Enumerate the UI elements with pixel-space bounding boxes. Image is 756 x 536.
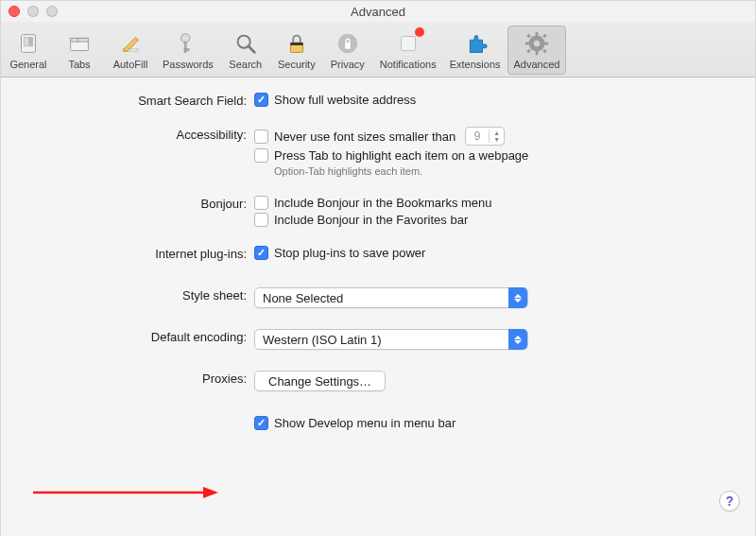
develop-menu-label: Show Develop menu in menu bar <box>274 416 455 430</box>
tab-label: Security <box>278 59 316 70</box>
tab-notifications[interactable]: Notifications <box>373 26 443 75</box>
tab-label: Notifications <box>380 59 437 70</box>
bonjour-bookmarks-label: Include Bonjour in the Bookmarks menu <box>274 196 492 210</box>
show-full-url-checkbox[interactable] <box>254 93 268 107</box>
empty-label <box>24 416 254 417</box>
tab-label: Tabs <box>68 59 90 70</box>
tab-label: Advanced <box>514 59 560 70</box>
svg-rect-27 <box>526 49 531 54</box>
tab-highlight-hint: Option-Tab highlights each item. <box>254 165 528 177</box>
lock-icon <box>278 28 316 59</box>
encoding-label: Default encoding: <box>24 329 254 344</box>
svg-point-19 <box>534 41 541 47</box>
encoding-value: Western (ISO Latin 1) <box>263 333 381 347</box>
stylesheet-label: Style sheet: <box>24 287 254 303</box>
develop-menu-checkbox[interactable] <box>254 416 268 430</box>
search-icon <box>227 28 265 59</box>
min-font-stepper[interactable]: 9 ▲▼ <box>465 127 505 146</box>
tab-extensions[interactable]: Extensions <box>443 26 507 75</box>
svg-rect-10 <box>184 49 189 51</box>
svg-line-12 <box>249 46 255 53</box>
tab-highlight-label: Press Tab to highlight each item on a we… <box>274 148 528 163</box>
stop-plugins-checkbox[interactable] <box>254 246 268 260</box>
select-arrows-icon <box>508 287 527 308</box>
help-button[interactable]: ? <box>719 491 740 511</box>
extensions-icon <box>456 28 494 59</box>
accessibility-label: Accessibility: <box>24 127 254 142</box>
titlebar: Advanced <box>1 1 755 22</box>
smart-search-label: Smart Search Field: <box>24 93 254 108</box>
privacy-icon <box>329 28 367 59</box>
select-arrows-icon <box>508 329 527 350</box>
svg-rect-14 <box>290 43 302 45</box>
gear-icon <box>518 28 556 59</box>
stepper-arrows[interactable]: ▲▼ <box>489 130 504 143</box>
encoding-select[interactable]: Western (ISO Latin 1) <box>254 329 528 350</box>
tab-advanced[interactable]: Advanced <box>507 26 567 75</box>
advanced-pane: Smart Search Field: Show full website ad… <box>1 78 755 536</box>
plugins-label: Internet plug-ins: <box>24 246 254 261</box>
stylesheet-select[interactable]: None Selected <box>254 287 528 308</box>
tab-label: AutoFill <box>113 59 148 70</box>
svg-rect-17 <box>401 37 415 51</box>
bonjour-bookmarks-checkbox[interactable] <box>254 196 268 210</box>
change-settings-label: Change Settings… <box>268 374 371 389</box>
svg-marker-7 <box>124 37 138 51</box>
bonjour-label: Bonjour: <box>24 196 254 211</box>
svg-rect-16 <box>345 43 351 49</box>
bonjour-favorites-checkbox[interactable] <box>254 213 268 227</box>
tab-label: Privacy <box>331 59 365 70</box>
annotation-arrow-icon <box>29 481 218 504</box>
svg-rect-21 <box>536 51 539 56</box>
svg-rect-26 <box>542 34 547 39</box>
tab-privacy[interactable]: Privacy <box>322 26 373 75</box>
tab-autofill[interactable]: AutoFill <box>105 26 156 75</box>
help-glyph: ? <box>726 493 734 509</box>
svg-marker-29 <box>203 487 218 498</box>
tab-passwords[interactable]: Passwords <box>156 26 220 75</box>
min-font-checkbox[interactable] <box>254 130 268 144</box>
preferences-window: Advanced General Tabs AutoFill Passwords <box>0 0 756 536</box>
svg-rect-22 <box>525 43 530 45</box>
svg-rect-23 <box>544 43 549 45</box>
preferences-toolbar: General Tabs AutoFill Passwords Search <box>1 22 755 78</box>
window-title: Advanced <box>1 5 755 19</box>
tab-security[interactable]: Security <box>271 26 322 75</box>
notifications-icon <box>389 28 427 59</box>
pencil-icon <box>112 28 149 59</box>
stylesheet-value: None Selected <box>263 291 343 305</box>
min-font-label: Never use font sizes smaller than <box>274 130 455 144</box>
tab-highlight-checkbox[interactable] <box>254 148 268 163</box>
svg-rect-4 <box>71 38 89 42</box>
tab-general[interactable]: General <box>3 26 54 75</box>
tab-label: Passwords <box>163 59 214 70</box>
svg-rect-20 <box>536 32 539 37</box>
change-settings-button[interactable]: Change Settings… <box>254 371 386 391</box>
bonjour-favorites-label: Include Bonjour in the Favorites bar <box>274 213 468 227</box>
min-font-value: 9 <box>466 130 489 143</box>
tab-label: Extensions <box>450 59 501 70</box>
tabs-icon <box>60 28 98 59</box>
stop-plugins-label: Stop plug-ins to save power <box>274 246 425 260</box>
svg-rect-2 <box>28 37 33 45</box>
svg-rect-25 <box>542 49 547 54</box>
show-full-url-label: Show full website address <box>274 93 416 107</box>
proxies-label: Proxies: <box>24 371 254 386</box>
tab-label: General <box>9 59 46 70</box>
tab-tabs[interactable]: Tabs <box>54 26 105 75</box>
general-icon <box>9 28 47 59</box>
tab-search[interactable]: Search <box>220 26 271 75</box>
svg-rect-24 <box>526 34 531 39</box>
tab-label: Search <box>229 59 262 70</box>
notification-badge <box>415 27 424 37</box>
key-icon <box>169 28 207 59</box>
